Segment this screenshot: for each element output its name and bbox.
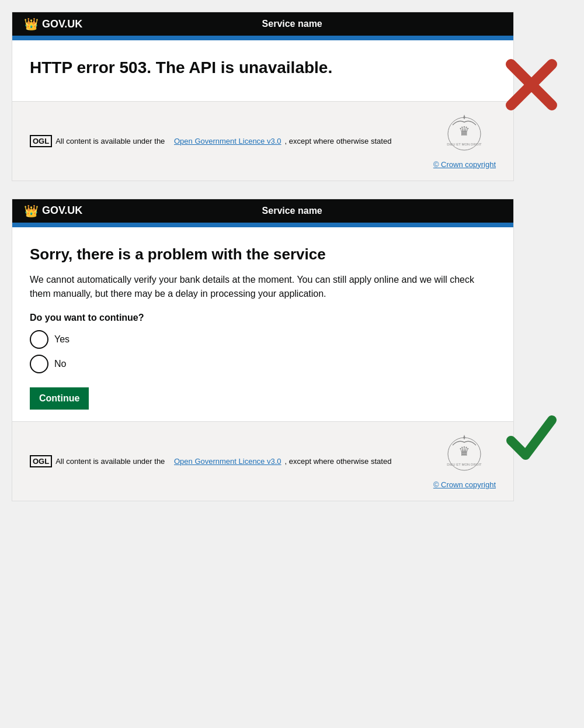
crown-icon-1: 👑 (24, 17, 39, 31)
service-name-1: Service name (82, 19, 502, 29)
crest-1: ♛ DIEU ET MON DROIT © Crown copyright (433, 113, 496, 169)
radio-group: Yes No (30, 330, 496, 373)
card1-wrapper: 👑 GOV.UK Service name HTTP error 503. Th… (12, 12, 514, 181)
crown-icon-2: 👑 (24, 204, 39, 218)
crown-copyright-1: © Crown copyright (433, 160, 496, 169)
gov-logo-text-1: GOV.UK (42, 18, 82, 30)
ogl-text-1: OGL All content is available under the O… (30, 135, 433, 147)
question-label: Do you want to continue? (30, 313, 496, 323)
body-text: We cannot automatically verify your bank… (30, 273, 496, 301)
blue-bar-2 (12, 223, 513, 227)
ogl-prefix-1: All content is available under the (55, 137, 165, 145)
crest-2: ♛ DIEU ET MON DROIT © Crown copyright (433, 434, 496, 489)
royal-crest-2: ♛ DIEU ET MON DROIT (441, 434, 488, 480)
svg-text:♛: ♛ (458, 124, 470, 138)
card2-footer: OGL All content is available under the O… (12, 421, 513, 501)
crown-copyright-link-2[interactable]: © Crown copyright (433, 480, 496, 489)
radio-circle-yes (30, 330, 48, 349)
svg-text:DIEU ET MON DROIT: DIEU ET MON DROIT (447, 463, 482, 466)
sorry-title: Sorry, there is a problem with the servi… (30, 245, 496, 264)
radio-yes[interactable]: Yes (30, 330, 496, 349)
card1: 👑 GOV.UK Service name HTTP error 503. Th… (12, 12, 514, 181)
card1-content: HTTP error 503. The API is unavailable. (12, 40, 513, 101)
ogl-suffix-2: , except where otherwise stated (285, 457, 392, 466)
svg-text:DIEU ET MON DROIT: DIEU ET MON DROIT (447, 143, 482, 146)
green-check-annotation (505, 411, 558, 466)
svg-text:♛: ♛ (458, 444, 470, 459)
ogl-link-2[interactable]: Open Government Licence v3.0 (174, 457, 281, 466)
radio-label-no: No (54, 359, 66, 369)
radio-label-yes: Yes (54, 334, 69, 345)
ogl-badge-2: OGL (30, 455, 52, 467)
gov-logo-1: 👑 GOV.UK (24, 17, 82, 31)
blue-bar-1 (12, 36, 513, 40)
ogl-link-1[interactable]: Open Government Licence v3.0 (174, 137, 281, 145)
gov-header-2: 👑 GOV.UK Service name (12, 199, 513, 223)
gov-header-1: 👑 GOV.UK Service name (12, 12, 513, 36)
red-x-annotation (505, 58, 558, 113)
ogl-suffix-1: , except where otherwise stated (285, 137, 392, 145)
card1-footer: OGL All content is available under the O… (12, 101, 513, 181)
radio-circle-no (30, 355, 48, 373)
ogl-prefix-2: All content is available under the (55, 457, 165, 466)
crown-copyright-2: © Crown copyright (433, 480, 496, 489)
ogl-text-2: OGL All content is available under the O… (30, 455, 433, 467)
svg-marker-4 (463, 115, 465, 118)
svg-marker-11 (463, 435, 465, 438)
radio-no[interactable]: No (30, 355, 496, 373)
card2-wrapper: 👑 GOV.UK Service name Sorry, there is a … (12, 199, 514, 502)
ogl-badge-1: OGL (30, 135, 52, 147)
card2-content: Sorry, there is a problem with the servi… (12, 227, 513, 422)
crown-copyright-link-1[interactable]: © Crown copyright (433, 160, 496, 169)
error-title: HTTP error 503. The API is unavailable. (30, 58, 496, 78)
gov-logo-2: 👑 GOV.UK (24, 204, 82, 218)
royal-crest-1: ♛ DIEU ET MON DROIT (441, 113, 488, 160)
card2: 👑 GOV.UK Service name Sorry, there is a … (12, 199, 514, 502)
service-name-2: Service name (82, 206, 502, 216)
continue-button[interactable]: Continue (30, 387, 89, 410)
gov-logo-text-2: GOV.UK (42, 204, 82, 217)
